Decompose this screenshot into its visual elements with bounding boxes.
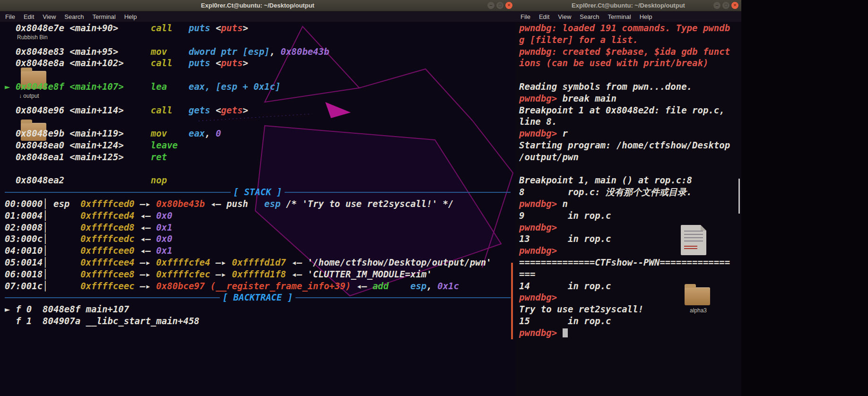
terminal-line: 15 in rop.c	[519, 315, 738, 327]
window-controls: − ◻ ✕	[487, 2, 512, 9]
terminal-line: Breakpoint 1, main () at rop.c:8	[519, 174, 738, 186]
left-terminal-window: Expl0rer.Ct@ubuntu: ~/Desktop/output − ◻…	[0, 0, 515, 396]
terminal-line: 00:0000│ esp 0xffffced0 —▸ 0x80be43b ◂— …	[5, 198, 511, 210]
menu-view[interactable]: View	[38, 13, 60, 20]
menu-file[interactable]: File	[516, 13, 535, 20]
terminal-line: ===	[519, 268, 738, 280]
close-icon[interactable]: ✕	[731, 2, 738, 9]
terminal-line: 9 in rop.c	[519, 210, 738, 222]
terminal-line: pwndbg> break main	[519, 93, 738, 104]
terminal-line: Breakpoint 1 at 0x8048e2d: file rop.c,	[519, 104, 738, 116]
terminal-line: g [filter] for a list.	[519, 34, 738, 46]
close-icon[interactable]: ✕	[505, 2, 512, 9]
right-terminal-scrollbar[interactable]	[738, 179, 740, 214]
left-terminal-scrollbar[interactable]	[511, 263, 513, 339]
terminal-line: 0x8048e8a <main+102> call puts <puts>	[5, 57, 511, 69]
section-separator: [ STACK ]	[5, 186, 511, 198]
terminal-line: /output/pwn	[519, 151, 738, 163]
terminal-line: pwndbg>	[519, 292, 738, 303]
terminal-line: 03:000c│ 0xffffcedc ◂— 0x0	[5, 233, 511, 245]
terminal-line: pwndbg: created $rebase, $ida gdb funct	[519, 46, 738, 58]
menu-view[interactable]: View	[554, 13, 575, 20]
terminal-line: 0x8048ea2 nop	[5, 174, 511, 186]
terminal-line: ► 0x8048e8f <main+107> lea eax, [esp + 0…	[5, 81, 511, 93]
terminal-line: Starting program: /home/ctfshow/Desktop	[519, 139, 738, 151]
terminal-line: 0x8048e9b <main+119> mov eax, 0	[5, 128, 511, 139]
menu-help[interactable]: Help	[120, 13, 141, 20]
terminal-line: ► f 0 8048e8f main+107	[5, 303, 511, 315]
menu-terminal[interactable]: Terminal	[604, 13, 635, 20]
terminal-line: Try to use ret2syscall!	[519, 303, 738, 315]
menu-edit[interactable]: Edit	[19, 13, 38, 20]
terminal-line	[519, 163, 738, 175]
menu-help[interactable]: Help	[635, 13, 657, 20]
terminal-line: Reading symbols from pwn...done.	[519, 81, 738, 93]
terminal-line	[5, 69, 511, 81]
menu-search[interactable]: Search	[575, 13, 603, 20]
terminal-line: pwndbg>	[519, 327, 738, 339]
maximize-icon[interactable]: ◻	[722, 2, 729, 9]
terminal-line: pwndbg>	[519, 245, 738, 257]
terminal-line: 01:0004│ 0xffffced4 ◂— 0x0	[5, 210, 511, 222]
minimize-icon[interactable]: −	[487, 2, 495, 9]
terminal-line: 06:0018│ 0xffffcee8 —▸ 0xffffcfec —▸ 0xf…	[5, 268, 511, 280]
terminal-line	[5, 93, 511, 104]
terminal-line: pwndbg> n	[519, 198, 738, 210]
terminal-line: 07:001c│ 0xffffceec —▸ 0x80bce97 (__regi…	[5, 280, 511, 292]
gdb-output: 0x8048e7e <main+90> call puts <puts> 0x8…	[0, 22, 515, 327]
menu-file[interactable]: File	[1, 13, 19, 20]
terminal-line: 0x8048e7e <main+90> call puts <puts>	[5, 22, 511, 34]
terminal-line: 8 rop.c: 没有那个文件或目录.	[519, 186, 738, 198]
terminal-line: pwndbg: loaded 191 commands. Type pwndb	[519, 22, 738, 34]
section-separator: [ BACKTRACE ]	[5, 292, 511, 303]
left-menubar: File Edit View Search Terminal Help	[0, 11, 515, 22]
terminal-line: 14 in rop.c	[519, 280, 738, 292]
terminal-line: line 8.	[519, 116, 738, 128]
menu-search[interactable]: Search	[60, 13, 88, 20]
terminal-line: 05:0014│ 0xffffcee4 —▸ 0xffffcfe4 —▸ 0xf…	[5, 257, 511, 268]
right-terminal-window: Expl0rer.Ct@ubuntu: ~/Desktop/output − ◻…	[515, 0, 741, 396]
menu-edit[interactable]: Edit	[535, 13, 554, 20]
terminal-line: 04:0010│ 0xffffcee0 ◂— 0x1	[5, 245, 511, 257]
terminal-line	[5, 34, 511, 46]
terminal-line: f 1 804907a __libc_start_main+458	[5, 315, 511, 327]
window-controls: − ◻ ✕	[713, 2, 738, 9]
terminal-line: 02:0008│ 0xffffced8 ◂— 0x1	[5, 222, 511, 233]
terminal-line: 0x8048e83 <main+95> mov dword ptr [esp],…	[5, 46, 511, 58]
left-terminal-body[interactable]: Rubbish Bin ↓ output 0x8048e7e <main+90>…	[0, 22, 515, 396]
menu-terminal[interactable]: Terminal	[88, 13, 120, 20]
left-titlebar[interactable]: Expl0rer.Ct@ubuntu: ~/Desktop/output − ◻…	[0, 0, 515, 11]
terminal-line	[5, 116, 511, 128]
terminal-line: pwndbg>	[519, 222, 738, 233]
right-terminal-body[interactable]: alpha3 pwndbg: loaded 191 commands. Type…	[515, 22, 741, 396]
minimize-icon[interactable]: −	[713, 2, 720, 9]
right-menubar: File Edit View Search Terminal Help	[515, 11, 741, 22]
window-title: Expl0rer.Ct@ubuntu: ~/Desktop/output	[572, 2, 685, 9]
terminal-line	[5, 163, 511, 175]
right-titlebar[interactable]: Expl0rer.Ct@ubuntu: ~/Desktop/output − ◻…	[515, 0, 741, 11]
pwndbg-session-output: pwndbg: loaded 191 commands. Type pwndbg…	[515, 22, 741, 339]
window-title: Expl0rer.Ct@ubuntu: ~/Desktop/output	[201, 2, 314, 9]
terminal-line: 0x8048ea1 <main+125> ret	[5, 151, 511, 163]
maximize-icon[interactable]: ◻	[496, 2, 503, 9]
terminal-line: pwndbg> r	[519, 128, 738, 139]
terminal-line: ions (can be used with print/break)	[519, 57, 738, 69]
terminal-line: 13 in rop.c	[519, 233, 738, 245]
terminal-line: 0x8048ea0 <main+124> leave	[5, 139, 511, 151]
terminal-line: ==============CTFshow--PWN=============	[519, 257, 738, 268]
terminal-line: 0x8048e96 <main+114> call gets <gets>	[5, 104, 511, 116]
terminal-cursor	[563, 328, 568, 337]
terminal-line	[519, 69, 738, 81]
